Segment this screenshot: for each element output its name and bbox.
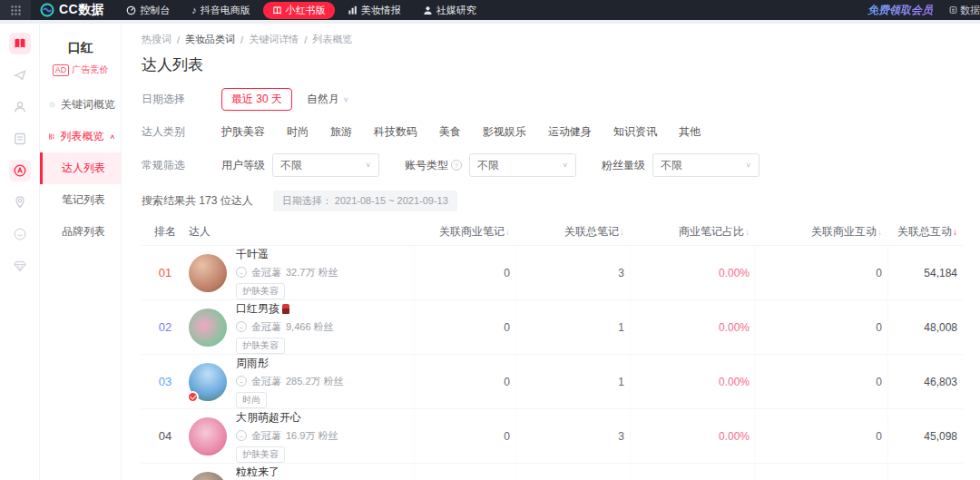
nav-social-research[interactable]: 社媒研究 [414,2,485,19]
avatar[interactable] [189,363,227,401]
last-30-days-button[interactable]: 最近 30 天 [221,88,292,111]
fans-count: 9,466 粉丝 [286,320,334,334]
breadcrumb: 热搜词 / 美妆品类词 / 关键词详情 / 列表概览 [142,33,980,46]
results-prefix: 搜索结果共 [142,194,196,207]
nav-xiaohongshu[interactable]: 小红书版 [263,2,335,19]
nav-beauty-intel[interactable]: 美妆情报 [338,2,410,19]
sidebar-item-talent-list[interactable]: 达人列表 [40,152,121,184]
talent-name[interactable]: 大朋萌超开心 [236,410,338,426]
category-option[interactable]: 时尚 [287,124,309,140]
table-row[interactable]: 03 周雨彤 金冠薯 285.2万 粉丝 时尚 [142,355,963,409]
col-biz-interact-sort[interactable]: 关联商业互动↓ [755,224,887,240]
talent-level-line: 金冠薯 9,466 粉丝 [236,320,334,334]
general-filter-label: 常规筛选 [142,158,221,173]
talent-name[interactable]: 口红男孩 [236,301,334,317]
avatar[interactable] [189,417,227,456]
category-option[interactable]: 科技数码 [374,124,417,140]
sort-down-icon: ↓ [877,227,882,237]
filter-panel: 日期选择 最近 30 天 自然月 ∨ 达人类别 护肤美容 时尚 旅游 科技数码 … [142,88,980,177]
breadcrumb-item[interactable]: 热搜词 [142,33,172,46]
natural-month-dropdown[interactable]: 自然月 ∨ [307,92,349,107]
breadcrumb-separator: / [240,34,243,45]
col-total-notes-sort[interactable]: 关联总笔记↓ [515,224,630,240]
fans-level-select[interactable]: 不限 ∨ [652,153,760,177]
col-biz-ratio-sort[interactable]: 商业笔记占比↓ [630,224,755,240]
breadcrumb-item[interactable]: 列表概览 [312,33,352,46]
date-range-label: 日期选择： [282,195,332,206]
category-tag: 护肤美容 [236,283,285,299]
table-row[interactable]: 01 千叶遥 金冠薯 32.7万 粉丝 护肤美容 [142,246,963,300]
free-vip-link[interactable]: 免费领取会员 [867,3,933,18]
rail-share-icon[interactable] [9,64,31,86]
music-note-icon: ♪ [191,5,197,15]
biz-ratio-value: 0.00% [630,300,755,354]
account-type-select[interactable]: 不限 ∨ [469,153,576,177]
sidebar-item-brand-list[interactable]: 品牌列表 [40,216,121,248]
nav-console[interactable]: 控制台 [117,2,179,19]
chevron-down-icon: ∨ [745,162,751,169]
avatar[interactable] [189,309,227,347]
col-biz-notes-sort[interactable]: 关联商业笔记↓ [414,224,515,240]
dashboard-icon [126,5,136,15]
natural-month-label: 自然月 [307,92,339,107]
level-text: 金冠薯 [251,266,281,279]
avatar[interactable] [189,254,227,292]
col-label: 关联商业互动 [811,225,877,238]
rail-red-book-icon[interactable] [9,33,31,54]
results-suffix: 位达人 [220,194,253,207]
col-label: 商业笔记占比 [679,225,744,238]
table-row[interactable]: 05 粒粒来了 奶瓶薯 8,219 粉丝 其他 [142,464,963,480]
sidebar-item-keyword-overview[interactable]: 关键词概览 [40,89,121,121]
category-option[interactable]: 影视娱乐 [483,124,526,140]
category-option[interactable]: 护肤美容 [221,124,265,140]
talent-cell: 周雨彤 金冠薯 285.2万 粉丝 时尚 [189,356,414,408]
topbar-nav: 控制台 ♪ 抖音电商版 小红书版 美妆情报 社媒研究 [117,2,485,19]
biz-interact-value: 0 [755,409,887,463]
col-total-interact-sort[interactable]: 关联总互动↓ [887,224,963,240]
topbar: CC数据 控制台 ♪ 抖音电商版 小红书版 美妆情报 社媒研究 [0,0,980,20]
rail-comment-icon[interactable] [9,223,31,245]
biz-ratio-value: 0.00% [630,355,755,408]
level-badge-icon [236,376,247,387]
user-level-select[interactable]: 不限 ∨ [272,153,379,177]
category-option[interactable]: 知识资讯 [613,124,657,140]
category-option[interactable]: 旅游 [330,124,352,140]
chevron-up-icon: ∧ [109,133,115,141]
biz-notes-value: 0 [414,246,515,299]
account-type-text: 账号类型 [405,158,448,173]
info-icon[interactable]: ? [451,160,462,171]
rail-gem-icon[interactable] [9,255,31,277]
rail-location-icon[interactable] [9,191,31,213]
col-rank: 排名 [142,224,189,240]
biz-interact-value: 0 [755,246,887,299]
breadcrumb-item[interactable]: 关键词详情 [249,33,299,46]
biz-ratio-value: 0.00% [630,246,755,299]
talent-name[interactable]: 粒粒来了 [236,465,334,480]
sidebar-item-list-overview[interactable]: 列表概览 ∧ [40,121,121,152]
avatar[interactable] [189,472,227,480]
nav-douyin-ecommerce[interactable]: ♪ 抖音电商版 [182,2,260,19]
talent-cell: 口红男孩 金冠薯 9,466 粉丝 护肤美容 [189,301,414,354]
talent-name[interactable]: 周雨彤 [236,356,344,371]
apps-grid-icon[interactable] [0,0,31,20]
ad-label: 广告竞价 [72,64,108,76]
category-option[interactable]: 运动健身 [548,124,592,140]
total-notes-value: 3 [515,409,630,463]
clipped-right-item[interactable]: 数据 [949,4,980,17]
table-row[interactable]: 04 大朋萌超开心 金冠薯 16.9万 粉丝 护肤美容 [142,409,963,464]
brand-logo[interactable]: CC数据 [31,2,117,18]
chevron-down-icon: ∨ [343,96,349,103]
rail-user-icon[interactable] [9,96,31,118]
category-option[interactable]: 美食 [439,124,461,140]
biz-interact-value: 0 [755,355,887,408]
rail-document-icon[interactable] [9,128,31,150]
breadcrumb-item[interactable]: 美妆品类词 [185,33,235,46]
ad-bidding-link[interactable]: AD 广告竞价 [40,64,121,76]
rail-search-talent-icon[interactable] [9,160,31,181]
talent-name[interactable]: 千叶遥 [236,247,338,262]
sidebar-item-note-list[interactable]: 笔记列表 [40,184,121,216]
sort-down-active-icon: ↓ [953,227,957,237]
talent-cell: 粒粒来了 奶瓶薯 8,219 粉丝 其他 [189,465,414,480]
table-row[interactable]: 02 口红男孩 金冠薯 9,466 粉丝 护肤美容 [142,300,963,355]
category-option[interactable]: 其他 [679,124,701,140]
